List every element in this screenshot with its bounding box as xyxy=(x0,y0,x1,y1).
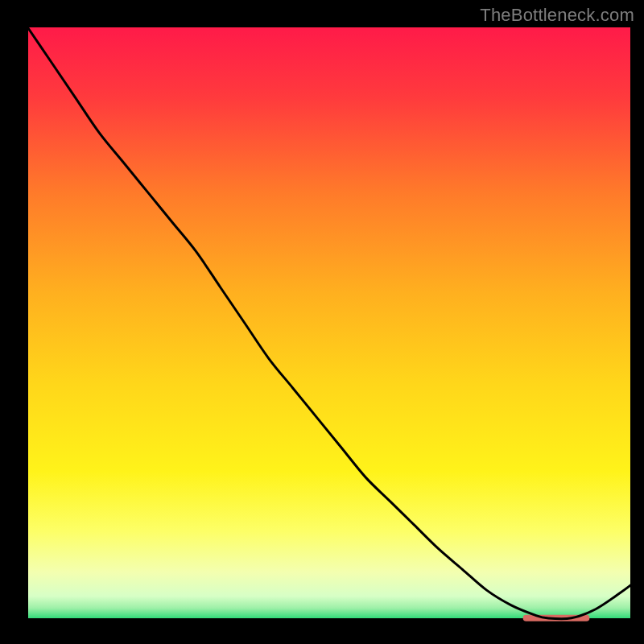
chart-frame: TheBottleneck.com xyxy=(0,0,644,644)
chart-canvas xyxy=(0,0,644,644)
plot-background xyxy=(27,26,632,620)
